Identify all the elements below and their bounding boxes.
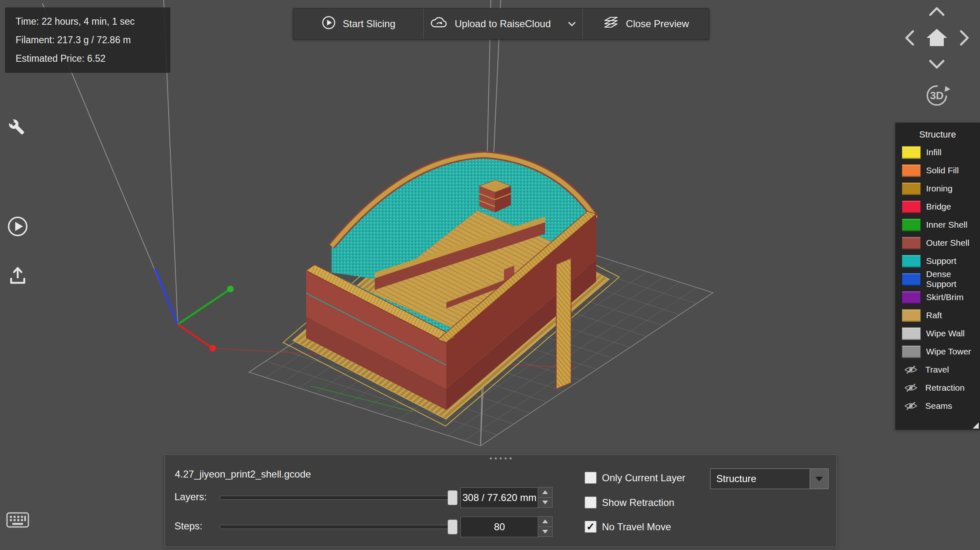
steps-spin-up-button[interactable] [538, 516, 553, 527]
view-mode-selected: Structure [711, 469, 810, 489]
layers-value-field[interactable]: 308 / 77.620 mm [460, 487, 539, 508]
legend-swatch [902, 273, 921, 286]
wrench-icon [7, 117, 30, 140]
legend-label: Inner Shell [926, 220, 967, 230]
triangle-down-icon [815, 477, 823, 481]
no-travel-move-option[interactable]: No Travel Move [585, 521, 671, 533]
legend-label: Support [926, 256, 957, 266]
export-upload-button[interactable] [7, 265, 28, 288]
cloud-sync-icon [430, 16, 448, 32]
upload-dropdown-chevron-icon[interactable] [567, 21, 576, 27]
pan-right-button[interactable] [959, 29, 970, 49]
panel-drag-handle[interactable] [490, 457, 512, 459]
checkbox-label: Only Current Layer [602, 472, 685, 484]
pan-up-button[interactable] [928, 6, 946, 19]
only-current-layer-option[interactable]: Only Current Layer [585, 472, 685, 484]
legend-label: Raft [926, 310, 942, 320]
rotate-3d-button[interactable]: 3D [922, 82, 952, 110]
steps-spin-down-button[interactable] [538, 527, 553, 537]
legend-toggle-seams[interactable]: Seams [895, 397, 980, 415]
settings-wrench-button[interactable] [7, 117, 30, 142]
pan-down-button[interactable] [928, 58, 946, 72]
print-time: Time: 22 hours, 4 min, 1 sec [16, 12, 160, 31]
keyboard-shortcuts-button[interactable] [6, 512, 29, 530]
print-filament: Filament: 217.3 g / 72.86 m [16, 31, 160, 49]
pan-left-button[interactable] [904, 29, 915, 49]
legend-swatch [902, 146, 921, 159]
legend-label: Bridge [926, 202, 951, 212]
chevron-right-icon [961, 31, 968, 44]
only-current-layer-checkbox[interactable] [585, 472, 597, 484]
legend-item-bridge[interactable]: Bridge [895, 198, 980, 216]
legend-toggle-travel[interactable]: Travel [895, 361, 980, 379]
triangle-up-icon [542, 520, 548, 523]
dropdown-arrow-button[interactable] [810, 469, 828, 489]
chevron-down-icon [930, 61, 943, 68]
legend-item-skirt-brim[interactable]: Skirt/Brim [895, 288, 980, 306]
legend-label: Infill [926, 147, 941, 157]
layers-spin-up-button[interactable] [538, 487, 553, 498]
legend-resize-handle[interactable] [973, 422, 979, 429]
checkbox-label: Show Retraction [602, 497, 674, 508]
legend-item-raft[interactable]: Raft [895, 306, 980, 324]
close-preview-button[interactable]: Close Preview [583, 9, 709, 39]
legend-label: Ironing [926, 184, 952, 193]
legend-label: Dense Support [926, 269, 980, 289]
view-mode-dropdown[interactable]: Structure [710, 468, 829, 489]
steps-value-field[interactable]: 80 [460, 517, 539, 537]
home-view-button[interactable] [926, 28, 948, 49]
upload-icon [7, 265, 28, 286]
legend-toggle-retraction[interactable]: Retraction [895, 379, 980, 397]
chevron-up-icon [930, 8, 943, 15]
steps-label: Steps: [174, 520, 202, 532]
triangle-up-icon [542, 490, 548, 494]
legend-swatch [902, 327, 921, 340]
preview-play-button[interactable] [7, 216, 28, 239]
legend-item-wipe-tower[interactable]: Wipe Tower [895, 343, 980, 361]
legend-swatch [902, 237, 921, 249]
layer-playback-panel: 4.27_jiyeon_print2_shell.gcode Layers: 3… [165, 454, 837, 547]
legend-swatch [902, 182, 921, 195]
no-travel-move-checkbox[interactable] [585, 521, 597, 533]
legend-label: Outer Shell [926, 238, 969, 248]
eye-off-icon [902, 383, 920, 393]
layers-spinner [538, 487, 553, 508]
print-stats-panel: Time: 22 hours, 4 min, 1 sec Filament: 2… [5, 7, 170, 73]
legend-item-solid-fill[interactable]: Solid Fill [895, 161, 980, 179]
steps-slider[interactable] [220, 525, 457, 529]
legend-item-outer-shell[interactable]: Outer Shell [895, 234, 980, 252]
gcode-filename: 4.27_jiyeon_print2_shell.gcode [175, 468, 311, 480]
checkbox-label: No Travel Move [602, 521, 671, 533]
legend-swatch [902, 200, 921, 213]
legend-item-wipe-wall[interactable]: Wipe Wall [895, 324, 980, 343]
legend-label: Seams [925, 401, 952, 411]
upload-to-raisecloud-label: Upload to RaiseCloud [455, 18, 550, 30]
layers-slider-thumb[interactable] [448, 490, 457, 505]
legend-label: Solid Fill [926, 165, 959, 175]
rotate-3d-icon: 3D [922, 82, 952, 109]
legend-label: Skirt/Brim [926, 292, 964, 302]
legend-item-ironing[interactable]: Ironing [895, 179, 980, 198]
rotate-3d-label: 3D [930, 89, 943, 102]
legend-item-support[interactable]: Support [895, 252, 980, 270]
legend-item-infill[interactable]: Infill [895, 143, 980, 161]
start-slicing-button[interactable]: Start Slicing [293, 9, 423, 39]
legend-label: Travel [925, 365, 949, 375]
layers-slider[interactable] [220, 496, 457, 500]
upload-to-raisecloud-button[interactable]: Upload to RaiseCloud [424, 9, 583, 39]
legend-label: Retraction [925, 383, 965, 393]
layers-spin-down-button[interactable] [538, 498, 553, 508]
show-retraction-option[interactable]: Show Retraction [585, 496, 674, 508]
legend-label: Wipe Tower [926, 347, 971, 357]
legend-item-dense-support[interactable]: Dense Support [895, 270, 980, 288]
structure-legend-panel: Structure Infill Solid Fill Ironing Brid… [895, 123, 980, 430]
legend-item-inner-shell[interactable]: Inner Shell [895, 216, 980, 234]
preview-toolbar: Start Slicing Upload to RaiseCloud [293, 8, 709, 40]
steps-spinner [538, 516, 553, 537]
keyboard-icon [6, 512, 29, 528]
start-slicing-label: Start Slicing [343, 18, 395, 30]
right-side-slab [556, 258, 571, 389]
triangle-down-icon [542, 530, 548, 534]
steps-slider-thumb[interactable] [448, 520, 457, 534]
show-retraction-checkbox[interactable] [585, 496, 597, 508]
